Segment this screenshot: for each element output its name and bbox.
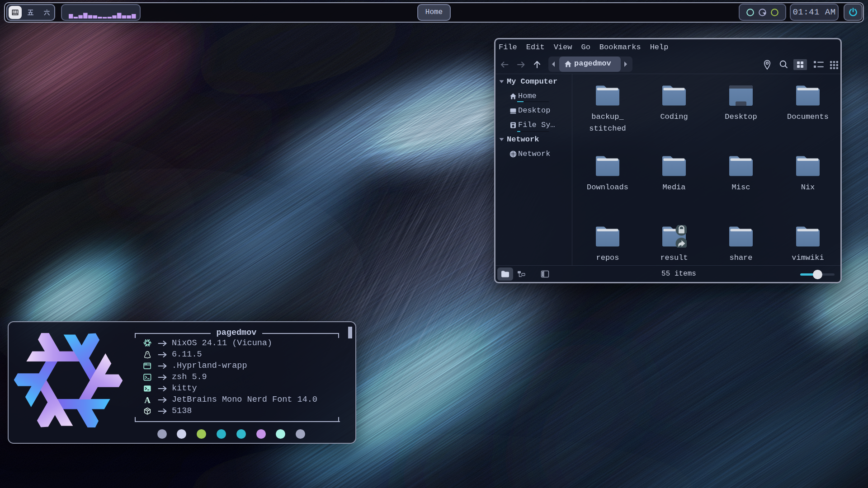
svg-text:A: A <box>144 396 151 404</box>
